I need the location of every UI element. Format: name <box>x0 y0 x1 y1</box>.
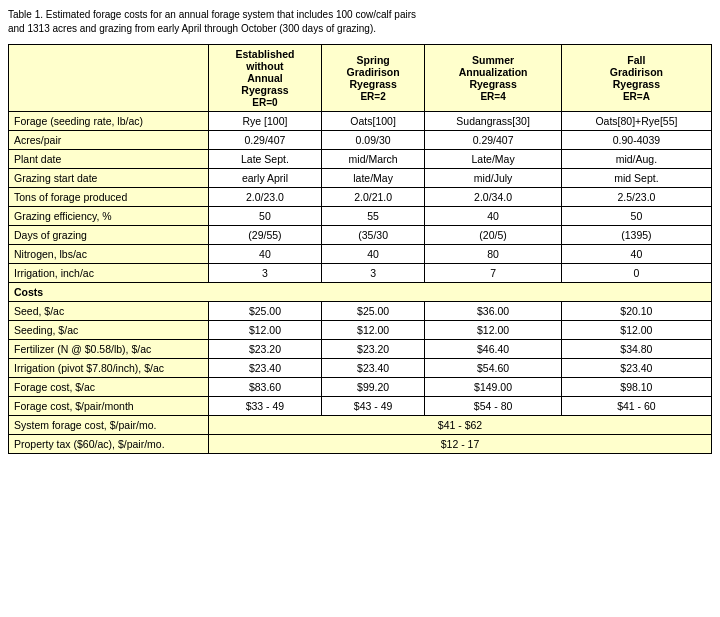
cell-13-2: $54.60 <box>425 359 561 378</box>
table-row: Grazing start dateearly Aprillate/Maymid… <box>9 169 712 188</box>
table-row: Days of grazing(29/55)(35/30(20/5)(1395) <box>9 226 712 245</box>
cell-0-3: Oats[80]+Rye[55] <box>561 112 711 131</box>
cell-7-2: 80 <box>425 245 561 264</box>
table-row: System forage cost, $/pair/mo.$41 - $62 <box>9 416 712 435</box>
row-label: Irrigation, inch/ac <box>9 264 209 283</box>
table-row: Nitrogen, lbs/ac40408040 <box>9 245 712 264</box>
cell-13-0: $23.40 <box>209 359 322 378</box>
cell-3-1: late/May <box>321 169 424 188</box>
cell-7-1: 40 <box>321 245 424 264</box>
cell-4-3: 2.5/23.0 <box>561 188 711 207</box>
cell-6-3: (1395) <box>561 226 711 245</box>
cell-4-2: 2.0/34.0 <box>425 188 561 207</box>
cell-12-3: $34.80 <box>561 340 711 359</box>
cell-2-1: mid/March <box>321 150 424 169</box>
col-header-1: EstablishedwithoutAnnualRyegrassER=0 <box>209 45 322 112</box>
row-label: Fertilizer (N @ $0.58/lb), $/ac <box>9 340 209 359</box>
cell-3-0: early April <box>209 169 322 188</box>
col-header-3: SummerAnnualizationRyegrassER=4 <box>425 45 561 112</box>
cell-11-2: $12.00 <box>425 321 561 340</box>
cell-7-3: 40 <box>561 245 711 264</box>
cell-4-0: 2.0/23.0 <box>209 188 322 207</box>
cell-14-1: $99.20 <box>321 378 424 397</box>
row-label: System forage cost, $/pair/mo. <box>9 416 209 435</box>
cell-11-1: $12.00 <box>321 321 424 340</box>
cell-12-1: $23.20 <box>321 340 424 359</box>
cell-0-0: Rye [100] <box>209 112 322 131</box>
cell-14-3: $98.10 <box>561 378 711 397</box>
row-label: Irrigation (pivot $7.80/inch), $/ac <box>9 359 209 378</box>
cell-6-2: (20/5) <box>425 226 561 245</box>
intro-text: Table 1. Estimated forage costs for an a… <box>8 8 712 36</box>
table-row: Irrigation, inch/ac3370 <box>9 264 712 283</box>
table-row: Seed, $/ac$25.00$25.00$36.00$20.10 <box>9 302 712 321</box>
table-row: Grazing efficiency, %50554050 <box>9 207 712 226</box>
table-row: Costs <box>9 283 712 302</box>
cell-7-0: 40 <box>209 245 322 264</box>
table-row: Property tax ($60/ac), $/pair/mo.$12 - 1… <box>9 435 712 454</box>
cell-1-2: 0.29/407 <box>425 131 561 150</box>
main-table: EstablishedwithoutAnnualRyegrassER=0 Spr… <box>8 44 712 454</box>
cell-13-1: $23.40 <box>321 359 424 378</box>
table-row: Acres/pair0.29/4070.09/300.29/4070.90-40… <box>9 131 712 150</box>
cell-5-1: 55 <box>321 207 424 226</box>
col-header-4: FallGradirisonRyegrassER=A <box>561 45 711 112</box>
table-row: Forage cost, $/ac$83.60$99.20$149.00$98.… <box>9 378 712 397</box>
col-header-2: SpringGradirisonRyegrassER=2 <box>321 45 424 112</box>
table-row: Forage (seeding rate, lb/ac)Rye [100]Oat… <box>9 112 712 131</box>
row-label: Acres/pair <box>9 131 209 150</box>
cell-1-0: 0.29/407 <box>209 131 322 150</box>
cell-1-1: 0.09/30 <box>321 131 424 150</box>
cell-5-2: 40 <box>425 207 561 226</box>
row-label: Nitrogen, lbs/ac <box>9 245 209 264</box>
row-label: Forage cost, $/ac <box>9 378 209 397</box>
row-label: Grazing start date <box>9 169 209 188</box>
span-value: $12 - 17 <box>209 435 712 454</box>
cell-6-0: (29/55) <box>209 226 322 245</box>
cell-12-0: $23.20 <box>209 340 322 359</box>
row-label: Forage (seeding rate, lb/ac) <box>9 112 209 131</box>
cell-2-2: Late/May <box>425 150 561 169</box>
table-row: Seeding, $/ac$12.00$12.00$12.00$12.00 <box>9 321 712 340</box>
table-row: Tons of forage produced2.0/23.02.0/21.02… <box>9 188 712 207</box>
row-label: Seed, $/ac <box>9 302 209 321</box>
row-label: Days of grazing <box>9 226 209 245</box>
cell-10-3: $20.10 <box>561 302 711 321</box>
table-row: Forage cost, $/pair/month$33 - 49$43 - 4… <box>9 397 712 416</box>
cell-4-1: 2.0/21.0 <box>321 188 424 207</box>
cell-10-2: $36.00 <box>425 302 561 321</box>
cell-10-1: $25.00 <box>321 302 424 321</box>
cell-12-2: $46.40 <box>425 340 561 359</box>
cell-8-1: 3 <box>321 264 424 283</box>
cell-2-3: mid/Aug. <box>561 150 711 169</box>
cell-11-0: $12.00 <box>209 321 322 340</box>
row-label: Plant date <box>9 150 209 169</box>
cell-13-3: $23.40 <box>561 359 711 378</box>
cell-6-1: (35/30 <box>321 226 424 245</box>
table-row: Irrigation (pivot $7.80/inch), $/ac$23.4… <box>9 359 712 378</box>
row-label: Tons of forage produced <box>9 188 209 207</box>
row-label: Forage cost, $/pair/month <box>9 397 209 416</box>
table-row: Fertilizer (N @ $0.58/lb), $/ac$23.20$23… <box>9 340 712 359</box>
row-label-header <box>9 45 209 112</box>
row-label: Grazing efficiency, % <box>9 207 209 226</box>
cell-14-0: $83.60 <box>209 378 322 397</box>
cell-5-0: 50 <box>209 207 322 226</box>
cell-8-2: 7 <box>425 264 561 283</box>
cell-15-3: $41 - 60 <box>561 397 711 416</box>
row-label: Seeding, $/ac <box>9 321 209 340</box>
cell-14-2: $149.00 <box>425 378 561 397</box>
cell-15-0: $33 - 49 <box>209 397 322 416</box>
cell-8-0: 3 <box>209 264 322 283</box>
table-row: Plant dateLate Sept.mid/MarchLate/Maymid… <box>9 150 712 169</box>
cell-15-2: $54 - 80 <box>425 397 561 416</box>
cell-3-2: mid/July <box>425 169 561 188</box>
cell-11-3: $12.00 <box>561 321 711 340</box>
cell-8-3: 0 <box>561 264 711 283</box>
cell-2-0: Late Sept. <box>209 150 322 169</box>
cell-1-3: 0.90-4039 <box>561 131 711 150</box>
cell-15-1: $43 - 49 <box>321 397 424 416</box>
cell-5-3: 50 <box>561 207 711 226</box>
span-value: $41 - $62 <box>209 416 712 435</box>
cell-0-2: Sudangrass[30] <box>425 112 561 131</box>
